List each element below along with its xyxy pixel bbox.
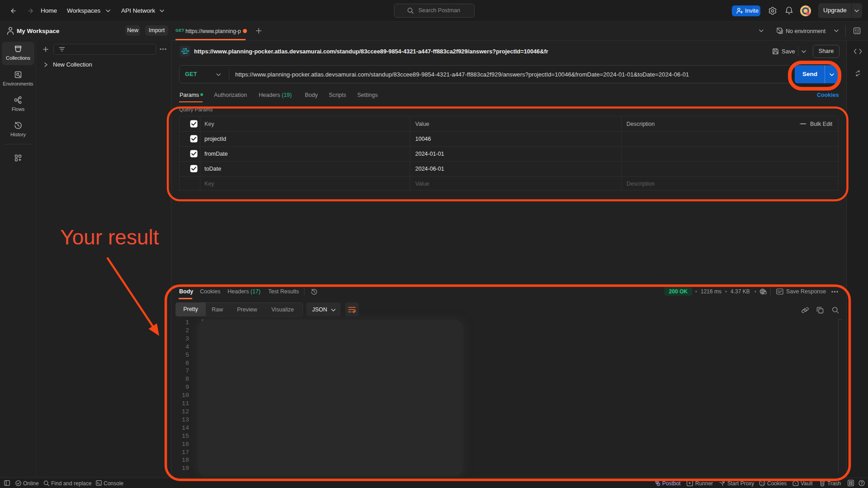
svg-text:HTTP: HTTP [181,50,190,53]
